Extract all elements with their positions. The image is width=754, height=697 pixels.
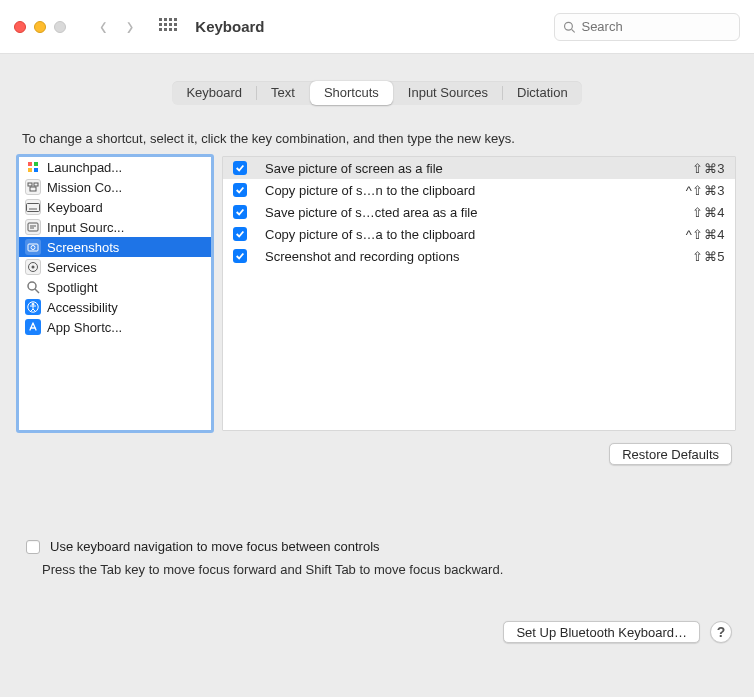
svg-rect-10: [169, 28, 172, 31]
svg-rect-21: [27, 203, 40, 211]
category-label: Services: [47, 260, 97, 275]
search-field[interactable]: [554, 13, 740, 41]
category-label: Screenshots: [47, 240, 119, 255]
svg-line-35: [35, 289, 39, 293]
category-label: Keyboard: [47, 200, 103, 215]
category-services[interactable]: Services: [19, 257, 211, 277]
forward-button[interactable]: ›: [127, 11, 134, 39]
svg-rect-20: [30, 187, 36, 191]
shortcut-list[interactable]: Save picture of screen as a file⇧⌘3Copy …: [222, 156, 736, 431]
svg-rect-19: [34, 183, 38, 186]
keyboard-nav-checkbox[interactable]: [26, 540, 40, 554]
category-appstore[interactable]: App Shortc...: [19, 317, 211, 337]
tab-text[interactable]: Text: [257, 81, 309, 105]
shortcut-checkbox[interactable]: [233, 227, 255, 241]
svg-rect-2: [169, 18, 172, 21]
minimize-window-button[interactable]: [34, 21, 46, 33]
svg-line-13: [572, 29, 575, 32]
spotlight-icon: [25, 279, 41, 295]
shortcut-checkbox[interactable]: [233, 183, 255, 197]
svg-rect-1: [164, 18, 167, 21]
shortcut-checkbox[interactable]: [233, 249, 255, 263]
svg-rect-8: [159, 28, 162, 31]
shortcut-label: Screenshot and recording options: [255, 249, 692, 264]
window-controls: [14, 21, 66, 33]
svg-rect-3: [174, 18, 177, 21]
category-screenshots[interactable]: Screenshots: [19, 237, 211, 257]
back-button[interactable]: ‹: [100, 11, 107, 39]
category-launchpad[interactable]: Launchpad...: [19, 157, 211, 177]
svg-rect-6: [169, 23, 172, 26]
category-label: Launchpad...: [47, 160, 122, 175]
close-window-button[interactable]: [14, 21, 26, 33]
keyboard-nav-section: Use keyboard navigation to move focus be…: [18, 539, 736, 577]
launchpad-icon: [25, 159, 41, 175]
appstore-icon: [25, 319, 41, 335]
tab-dictation[interactable]: Dictation: [503, 81, 582, 105]
keyboard-icon: [25, 199, 41, 215]
shortcut-label: Copy picture of s…a to the clipboard: [255, 227, 686, 242]
svg-rect-4: [159, 23, 162, 26]
shortcut-row[interactable]: Copy picture of s…a to the clipboard^⇧⌘4: [223, 223, 735, 245]
shortcut-row[interactable]: Screenshot and recording options⇧⌘5: [223, 245, 735, 267]
category-spotlight[interactable]: Spotlight: [19, 277, 211, 297]
svg-rect-5: [164, 23, 167, 26]
keyboard-nav-label: Use keyboard navigation to move focus be…: [50, 539, 380, 554]
help-button[interactable]: ?: [710, 621, 732, 643]
category-input[interactable]: Input Sourc...: [19, 217, 211, 237]
tab-shortcuts[interactable]: Shortcuts: [310, 81, 393, 105]
svg-rect-0: [159, 18, 162, 21]
svg-rect-7: [174, 23, 177, 26]
shortcut-keys: ^⇧⌘3: [686, 183, 727, 198]
category-label: App Shortc...: [47, 320, 122, 335]
shortcut-checkbox[interactable]: [233, 161, 255, 175]
svg-rect-11: [174, 28, 177, 31]
hint-text: To change a shortcut, select it, click t…: [22, 131, 736, 146]
mission-icon: [25, 179, 41, 195]
show-all-prefs-button[interactable]: [159, 18, 177, 36]
category-label: Accessibility: [47, 300, 118, 315]
zoom-window-button[interactable]: [54, 21, 66, 33]
shortcut-row[interactable]: Save picture of s…cted area as a file⇧⌘4: [223, 201, 735, 223]
services-icon: [25, 259, 41, 275]
restore-defaults-button[interactable]: Restore Defaults: [609, 443, 732, 465]
shortcut-keys: ⇧⌘3: [692, 161, 727, 176]
shortcut-keys: ⇧⌘5: [692, 249, 727, 264]
shortcut-label: Save picture of screen as a file: [255, 161, 692, 176]
svg-rect-27: [28, 223, 38, 231]
category-label: Mission Co...: [47, 180, 122, 195]
page-title: Keyboard: [195, 18, 264, 35]
content-pane: KeyboardTextShortcutsInput SourcesDictat…: [0, 54, 754, 697]
tab-keyboard[interactable]: Keyboard: [172, 81, 256, 105]
category-mission[interactable]: Mission Co...: [19, 177, 211, 197]
shortcut-row[interactable]: Copy picture of s…n to the clipboard^⇧⌘3: [223, 179, 735, 201]
svg-rect-16: [28, 168, 32, 172]
grid-icon: [159, 18, 177, 36]
category-accessibility[interactable]: Accessibility: [19, 297, 211, 317]
bluetooth-keyboard-button[interactable]: Set Up Bluetooth Keyboard…: [503, 621, 700, 643]
shortcut-label: Copy picture of s…n to the clipboard: [255, 183, 686, 198]
category-list[interactable]: Launchpad...Mission Co...KeyboardInput S…: [18, 156, 212, 431]
keyboard-nav-sublabel: Press the Tab key to move focus forward …: [42, 562, 736, 577]
accessibility-icon: [25, 299, 41, 315]
svg-rect-14: [28, 162, 32, 166]
search-icon: [563, 20, 575, 34]
titlebar: ‹ › Keyboard: [0, 0, 754, 54]
shortcut-label: Save picture of s…cted area as a file: [255, 205, 692, 220]
screenshots-icon: [25, 239, 41, 255]
tab-input-sources[interactable]: Input Sources: [394, 81, 502, 105]
svg-point-37: [32, 303, 34, 305]
svg-rect-15: [34, 162, 38, 166]
category-keyboard[interactable]: Keyboard: [19, 197, 211, 217]
svg-point-33: [32, 266, 35, 269]
shortcut-row[interactable]: Save picture of screen as a file⇧⌘3: [223, 157, 735, 179]
shortcut-checkbox[interactable]: [233, 205, 255, 219]
svg-point-31: [31, 246, 35, 250]
svg-point-34: [28, 282, 36, 290]
shortcut-keys: ^⇧⌘4: [686, 227, 727, 242]
input-icon: [25, 219, 41, 235]
svg-rect-9: [164, 28, 167, 31]
category-label: Input Sourc...: [47, 220, 124, 235]
search-input[interactable]: [581, 19, 731, 34]
shortcut-keys: ⇧⌘4: [692, 205, 727, 220]
